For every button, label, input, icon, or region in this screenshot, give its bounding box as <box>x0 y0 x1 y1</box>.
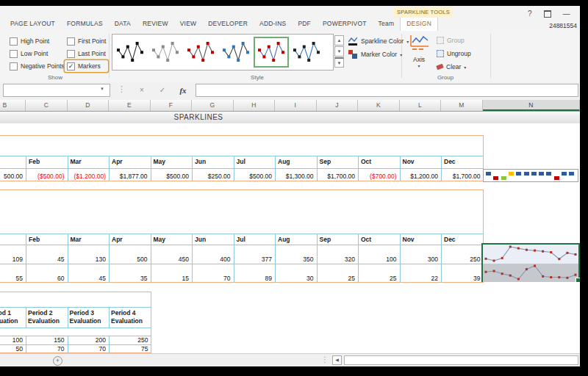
month-cell-jun[interactable]: Jun <box>193 234 234 245</box>
gallery-scroll-up-icon[interactable]: ▲ <box>334 35 344 46</box>
month-cell-sep[interactable]: Sep <box>318 234 359 245</box>
column-header-K[interactable]: K <box>358 100 400 111</box>
gallery-scroll-down-icon[interactable]: ▼ <box>334 46 344 57</box>
clear-button[interactable]: Clear ▾ <box>437 63 466 70</box>
month-cell-feb[interactable]: Feb <box>26 234 68 245</box>
column-header-M[interactable]: M <box>441 100 483 111</box>
month-cell-dec[interactable]: Dec <box>442 156 484 168</box>
count-cell[interactable]: 250 <box>442 245 484 264</box>
count-cell[interactable]: 100 <box>359 245 401 264</box>
month-cell-jan[interactable]: Jan <box>0 156 26 168</box>
name-box[interactable] <box>3 84 110 97</box>
tab-formulas[interactable]: FORMULAS <box>61 17 109 31</box>
count-cell[interactable]: 35 <box>110 264 151 283</box>
ungroup-button[interactable]: Ungroup <box>437 50 471 57</box>
tab-review[interactable]: REVIEW <box>137 17 174 31</box>
line-sparkline-cell-1[interactable] <box>483 245 578 264</box>
tab-view[interactable]: VIEW <box>174 17 203 31</box>
count-cell[interactable]: 45 <box>68 264 110 283</box>
currency-cell[interactable]: 500.00 <box>0 169 26 181</box>
formula-bar-dots-icon[interactable]: ⋮ <box>118 84 126 94</box>
currency-cell[interactable]: $500.00 <box>234 169 276 181</box>
checkbox-markers[interactable]: ✓Markers <box>65 60 108 72</box>
period-cell[interactable]: 70 <box>68 345 110 353</box>
checkbox-negative-points[interactable]: Negative Points <box>7 60 65 72</box>
month-cell-nov[interactable]: Nov <box>401 156 442 168</box>
tab-pdf[interactable]: PDF <box>292 17 317 31</box>
winloss-sparkline-cell[interactable] <box>483 169 578 182</box>
count-cell[interactable]: 400 <box>193 245 234 264</box>
month-cell-sep[interactable]: Sep <box>318 156 359 168</box>
currency-cell[interactable]: $250.00 <box>193 169 234 181</box>
month-cell-aug[interactable]: Aug <box>276 234 318 245</box>
currency-cell[interactable]: $1,700.00 <box>318 169 359 181</box>
sheetbar-dots-icon[interactable]: ⋮ <box>321 355 329 364</box>
period-header-period-2-evaluation[interactable]: Period 2 Evaluation <box>26 308 68 328</box>
line-sparkline-cell-2[interactable] <box>483 264 578 282</box>
count-cell[interactable]: 22 <box>401 264 442 283</box>
period-cell[interactable]: 75 <box>110 345 151 353</box>
axis-button[interactable]: Axis ▾ <box>406 34 432 68</box>
currency-cell[interactable]: $1,700.00 <box>442 169 484 181</box>
formula-input[interactable] <box>196 84 578 97</box>
count-cell[interactable]: 377 <box>234 245 276 264</box>
column-header-N[interactable]: N <box>483 100 581 111</box>
currency-cell[interactable]: ($700.00) <box>359 169 401 181</box>
month-cell-apr[interactable]: Apr <box>110 234 151 245</box>
period-header-period-3-evaluation[interactable]: Period 3 Evaluation <box>68 308 110 328</box>
month-cell-aug[interactable]: Aug <box>276 156 318 168</box>
currency-cell[interactable]: ($500.00) <box>26 169 68 181</box>
style-preset-4[interactable] <box>218 37 254 68</box>
count-cell[interactable]: 55 <box>0 264 26 283</box>
column-header-G[interactable]: G <box>192 100 234 111</box>
style-preset-6[interactable] <box>289 37 324 68</box>
column-header-J[interactable]: J <box>317 100 359 111</box>
gallery-more-icon[interactable]: ▼ <box>334 57 344 68</box>
checkbox-first-point[interactable]: First Point <box>65 35 108 47</box>
month-cell-may[interactable]: May <box>151 234 193 245</box>
month-cell-may[interactable]: May <box>151 156 193 168</box>
checkbox-high-point[interactable]: High Point <box>7 35 65 47</box>
horizontal-scrollbar[interactable] <box>344 355 578 365</box>
style-preset-1[interactable] <box>112 37 148 68</box>
insert-function-icon[interactable]: fx <box>175 84 191 97</box>
tab-add-ins[interactable]: ADD-INS <box>254 17 292 31</box>
month-cell-dec[interactable]: Dec <box>442 234 484 245</box>
enter-icon[interactable]: ✓ <box>154 84 171 97</box>
currency-cell[interactable]: $1,200.00 <box>401 169 442 181</box>
period-cell[interactable]: 250 <box>110 336 151 344</box>
count-cell[interactable]: 89 <box>234 264 276 283</box>
month-cell-jun[interactable]: Jun <box>193 156 234 168</box>
count-cell[interactable]: 70 <box>193 264 234 283</box>
count-cell[interactable]: 350 <box>276 245 318 264</box>
currency-cell[interactable]: ($1,200.00) <box>68 169 110 181</box>
help-icon[interactable]: ? <box>528 10 532 18</box>
tab-design[interactable]: DESIGN <box>400 16 438 31</box>
period-cell[interactable]: 200 <box>68 336 110 344</box>
currency-cell[interactable]: $500.00 <box>151 169 193 181</box>
month-cell-mar[interactable]: Mar <box>68 234 110 245</box>
period-cell[interactable]: 70 <box>26 345 68 353</box>
checkbox-last-point[interactable]: Last Point <box>65 48 108 59</box>
period-header-period-4-evaluation[interactable]: Period 4 Evaluation <box>110 308 151 328</box>
column-header-B[interactable]: B <box>0 100 26 111</box>
column-header-H[interactable]: H <box>234 100 276 111</box>
month-cell-apr[interactable]: Apr <box>110 156 151 168</box>
count-cell[interactable]: 45 <box>26 245 68 264</box>
month-cell-oct[interactable]: Oct <box>359 156 401 168</box>
month-cell-oct[interactable]: Oct <box>359 234 401 245</box>
scroll-left-icon[interactable]: ◀ <box>332 355 342 365</box>
restore-window-icon[interactable] <box>544 10 551 18</box>
tab-data[interactable]: DATA <box>109 17 137 31</box>
add-sheet-icon[interactable]: + <box>53 356 62 366</box>
style-preset-3[interactable] <box>183 37 218 68</box>
period-header-period-1-evaluation[interactable]: Period 1 Evaluation <box>0 308 26 328</box>
count-cell[interactable]: 320 <box>318 245 359 264</box>
count-cell[interactable]: 500 <box>110 245 151 264</box>
period-cell[interactable]: 100 <box>0 336 26 344</box>
minimize-icon[interactable]: — <box>563 12 570 16</box>
month-cell-feb[interactable]: Feb <box>26 156 68 168</box>
count-cell[interactable]: 450 <box>151 245 193 264</box>
currency-cell[interactable]: $1,877.00 <box>110 169 151 181</box>
count-cell[interactable]: 109 <box>0 245 26 264</box>
